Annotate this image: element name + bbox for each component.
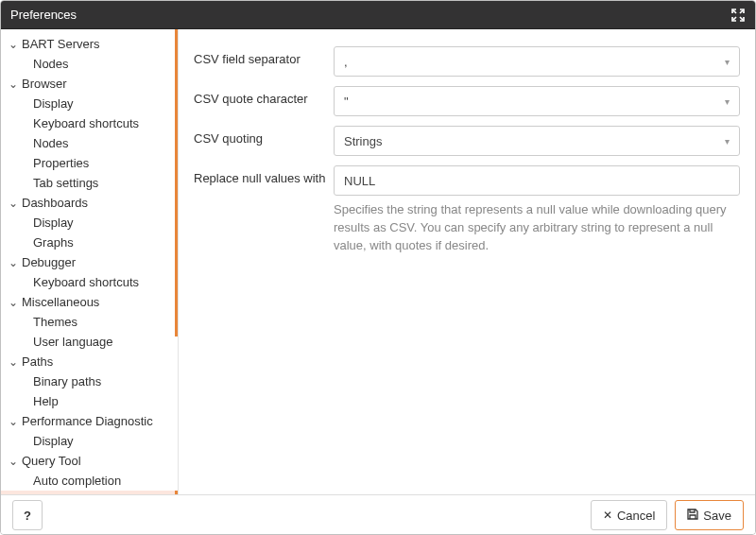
button-label: Cancel [617, 509, 655, 523]
csv-quote-character-select[interactable]: " ▾ [334, 86, 740, 116]
sidebar-group-label: Performance Diagnostic [22, 414, 153, 428]
sidebar-group-browser[interactable]: ⌄ Browser [1, 74, 178, 94]
sidebar-group-label: Query Tool [22, 454, 81, 468]
sidebar-item-label: Binary paths [33, 374, 101, 388]
sidebar-item-label: Keyboard shortcuts [33, 275, 139, 289]
chevron-down-icon: ⌄ [9, 197, 18, 210]
button-label: Save [703, 509, 731, 523]
sidebar-group-label: Debugger [22, 255, 76, 269]
sidebar-item-keyboard-shortcuts[interactable]: Keyboard shortcuts [1, 113, 178, 133]
chevron-down-icon: ▾ [725, 136, 730, 147]
csv-quoting-label: CSV quoting [194, 126, 334, 146]
sidebar-group-query-tool[interactable]: ⌄ Query Tool [1, 451, 178, 471]
chevron-down-icon: ⌄ [9, 256, 18, 269]
chevron-down-icon: ⌄ [9, 38, 18, 51]
replace-null-help: Specifies the string that represents a n… [334, 201, 740, 255]
window-title: Preferences [10, 8, 77, 22]
replace-null-label: Replace null values with [194, 165, 334, 185]
sidebar-item-nodes[interactable]: Nodes [1, 54, 178, 74]
sidebar-item-label: Graphs [33, 235, 74, 250]
sidebar-item-label: Keyboard shortcuts [33, 116, 139, 130]
sidebar-item-label: Nodes [33, 136, 69, 150]
csv-quote-character-label: CSV quote character [194, 86, 334, 106]
sidebar-item-label: Properties [33, 156, 89, 170]
sidebar-group-label: BART Servers [22, 37, 100, 51]
select-value: Strings [344, 134, 382, 148]
save-icon [687, 509, 698, 523]
chevron-down-icon: ⌄ [9, 78, 18, 91]
sidebar[interactable]: ⌄ BART Servers Nodes ⌄ Browser Display K… [1, 29, 179, 494]
sidebar-item-label: Display [33, 434, 74, 448]
sidebar-group-miscellaneous[interactable]: ⌄ Miscellaneous [1, 292, 178, 312]
sidebar-item-themes[interactable]: Themes [1, 312, 178, 332]
chevron-down-icon: ⌄ [9, 355, 18, 369]
chevron-down-icon: ⌄ [9, 455, 18, 468]
sidebar-group-paths[interactable]: ⌄ Paths [1, 352, 178, 371]
select-value: " [344, 95, 349, 109]
csv-field-separator-label: CSV field separator [194, 46, 334, 66]
sidebar-group-label: Dashboards [22, 196, 88, 210]
chevron-down-icon: ▾ [725, 57, 730, 67]
sidebar-item-label: Tab settings [33, 176, 98, 190]
sidebar-group-label: Paths [22, 354, 53, 369]
sidebar-item-label: Auto completion [33, 474, 121, 488]
sidebar-item-label: CSV/TXT Output [33, 493, 125, 494]
sidebar-item-label: User language [33, 335, 113, 349]
csv-quoting-select[interactable]: Strings ▾ [334, 126, 740, 156]
sidebar-group-performance-diagnostic[interactable]: ⌄ Performance Diagnostic [1, 411, 178, 431]
sidebar-item-binary-paths[interactable]: Binary paths [1, 371, 178, 391]
sidebar-item-label: Nodes [33, 57, 69, 71]
sidebar-item-label: Display [33, 216, 74, 230]
help-button[interactable]: ? [12, 500, 43, 530]
select-value: , [344, 55, 348, 69]
sidebar-group-bart-servers[interactable]: ⌄ BART Servers [1, 34, 178, 54]
sidebar-item-help[interactable]: Help [1, 391, 178, 411]
expand-icon[interactable] [730, 8, 746, 23]
sidebar-item-display[interactable]: Display [1, 94, 178, 113]
csv-field-separator-select[interactable]: , ▾ [334, 46, 740, 77]
help-icon: ? [24, 509, 31, 523]
sidebar-item-keyboard-shortcuts[interactable]: Keyboard shortcuts [1, 272, 178, 292]
sidebar-item-user-language[interactable]: User language [1, 332, 178, 352]
titlebar: Preferences [1, 1, 755, 29]
sidebar-group-debugger[interactable]: ⌄ Debugger [1, 252, 178, 272]
chevron-down-icon: ▾ [725, 96, 730, 107]
sidebar-item-tab-settings[interactable]: Tab settings [1, 173, 178, 193]
cancel-button[interactable]: ✕ Cancel [591, 500, 667, 530]
sidebar-group-dashboards[interactable]: ⌄ Dashboards [1, 193, 178, 213]
save-button[interactable]: Save [675, 500, 744, 530]
sidebar-item-display[interactable]: Display [1, 431, 178, 451]
sidebar-item-auto-completion[interactable]: Auto completion [1, 471, 178, 491]
sidebar-item-display[interactable]: Display [1, 213, 178, 233]
sidebar-item-label: Help [33, 394, 59, 408]
sidebar-item-nodes[interactable]: Nodes [1, 133, 178, 153]
close-icon: ✕ [603, 509, 612, 522]
footer: ? ✕ Cancel Save [1, 495, 755, 535]
sidebar-item-label: Display [33, 96, 74, 111]
sidebar-item-graphs[interactable]: Graphs [1, 233, 178, 252]
sidebar-group-label: Browser [22, 77, 67, 91]
sidebar-group-label: Miscellaneous [22, 295, 99, 309]
sidebar-item-csv-txt-output[interactable]: CSV/TXT Output [1, 491, 178, 494]
sidebar-item-properties[interactable]: Properties [1, 153, 178, 173]
replace-null-input[interactable] [334, 165, 740, 196]
chevron-down-icon: ⌄ [9, 296, 18, 309]
chevron-down-icon: ⌄ [9, 415, 18, 428]
sidebar-item-label: Themes [33, 315, 77, 329]
main-panel: CSV field separator , ▾ CSV quote charac… [179, 29, 755, 494]
